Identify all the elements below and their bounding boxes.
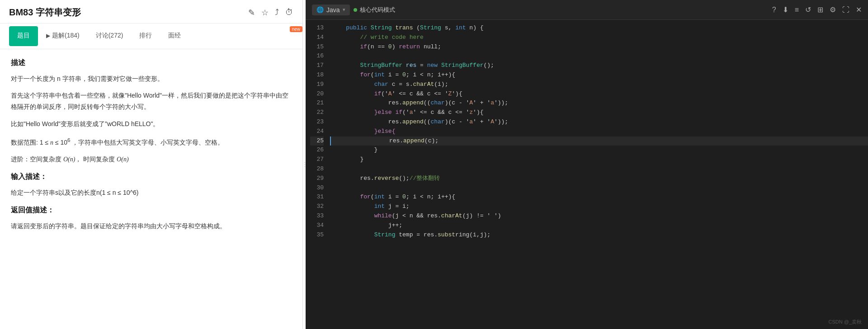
code-token: StringBuffer xyxy=(360,61,402,70)
code-token: c = s. xyxy=(388,80,413,89)
problem-content: 描述 对于一个长度为 n 字符串，我们需要对它做一些变形。 首先这个字符串中包含… xyxy=(0,49,302,329)
close-icon[interactable]: ✕ xyxy=(856,5,862,14)
language-selector[interactable]: 🌐 Java ▾ xyxy=(312,5,350,15)
code-token: 0 xyxy=(402,193,406,202)
code-token: '){ xyxy=(473,108,483,118)
lang-label: Java xyxy=(326,6,340,14)
code-token: res. xyxy=(360,174,374,183)
code-area[interactable]: 1314151617181920212223242526272829303132… xyxy=(306,20,868,329)
code-token: (j) != ' ') xyxy=(462,212,501,221)
code-token: charAt xyxy=(441,212,462,221)
desc-para5: 进阶：空间复杂度 O(n)， 时间复杂度 O(n) xyxy=(11,154,292,165)
code-token xyxy=(332,118,388,127)
code-token xyxy=(333,136,389,146)
code-token: char xyxy=(430,118,444,127)
code-line: } xyxy=(330,146,868,155)
tab-interview[interactable]: 面经 new xyxy=(160,26,189,46)
code-line xyxy=(330,52,868,61)
line-number: 14 xyxy=(310,33,324,42)
code-token: (c); xyxy=(425,136,439,146)
settings-icon[interactable]: ⚙ xyxy=(830,5,836,14)
clock-icon[interactable]: ⏱ xyxy=(285,8,293,17)
line-number: 20 xyxy=(310,89,324,99)
code-token: charAt xyxy=(413,80,434,89)
input-desc: 给定一个字符串s以及它的长度n(1 ≤ n ≤ 10^6) xyxy=(11,187,292,198)
core-mode-label: 核心代码模式 xyxy=(360,6,395,14)
code-token: '){ xyxy=(452,89,462,99)
code-line: int j = i; xyxy=(330,202,868,212)
code-token: reverse xyxy=(374,174,399,183)
code-token xyxy=(332,89,374,99)
code-token: 0 xyxy=(402,70,406,80)
grid-icon[interactable]: ⊞ xyxy=(817,5,823,14)
code-token xyxy=(392,24,396,33)
code-token: temp = res. xyxy=(395,230,438,240)
line-number: 18 xyxy=(310,70,324,80)
output-heading: 返回值描述： xyxy=(11,206,292,215)
code-token xyxy=(332,70,360,80)
code-line: // write code here xyxy=(330,33,868,42)
list-icon[interactable]: ≡ xyxy=(795,6,799,14)
code-token xyxy=(438,61,441,70)
code-token: A xyxy=(388,89,392,99)
code-line: String temp = res.substring(i,j); xyxy=(330,230,868,240)
green-dot-icon xyxy=(354,8,357,12)
code-token: (( xyxy=(424,118,431,127)
star-icon[interactable]: ☆ xyxy=(261,8,269,18)
edit-icon[interactable]: ✎ xyxy=(248,8,255,18)
tab-solution-label: 题解(184) xyxy=(52,32,80,40)
code-line: res.append((char)(c - 'a' + 'A')); xyxy=(330,118,868,127)
header-icons: ✎ ☆ ⤴ ⏱ xyxy=(248,8,293,18)
code-token: (); xyxy=(484,61,494,70)
code-token: }else if xyxy=(374,108,402,118)
tab-problem[interactable]: 题目 xyxy=(9,26,38,46)
code-token: subst xyxy=(438,230,455,240)
code-token: char xyxy=(374,80,388,89)
new-badge: new xyxy=(290,26,302,32)
code-line xyxy=(330,164,868,174)
code-token: ' <= c && c <= ' xyxy=(413,108,469,118)
line-number: 26 xyxy=(310,146,324,155)
code-content[interactable]: public String trans (String s, int n) { … xyxy=(328,20,868,329)
code-token: trans xyxy=(395,24,413,33)
code-token: 0 xyxy=(388,42,392,52)
fullscreen-icon[interactable]: ⛶ xyxy=(842,6,849,14)
tab-discuss[interactable]: 讨论(272) xyxy=(88,26,132,46)
code-line xyxy=(330,183,868,193)
code-token: append xyxy=(402,118,424,127)
tab-discuss-label: 讨论(272) xyxy=(96,32,123,40)
line-number: 24 xyxy=(310,127,324,136)
share-icon[interactable]: ⤴ xyxy=(275,8,279,17)
code-token: res. xyxy=(388,99,402,108)
watermark: CSDN @_卖秋 xyxy=(828,319,862,325)
download-icon[interactable]: ⬇ xyxy=(783,5,788,14)
code-token: (); xyxy=(399,174,409,183)
line-number: 33 xyxy=(310,212,324,221)
line-number: 29 xyxy=(310,174,324,183)
code-token: String xyxy=(420,24,441,33)
code-line: res.append(c); xyxy=(330,136,868,146)
tab-rank[interactable]: 排行 xyxy=(131,26,160,46)
code-token: if xyxy=(360,42,367,52)
code-token xyxy=(332,24,346,33)
code-token: ( xyxy=(371,70,374,80)
right-panel-wrapper: 🌐 Java ▾ 核心代码模式 ? ⬇ ≡ ↺ ⊞ ⚙ ⛶ ✕ xyxy=(306,0,868,329)
desc-para4: 数据范围: 1 ≤ n ≤ 106 ，字符串中包括大写英文字母、小写英文字母、空… xyxy=(11,135,292,148)
code-token: i = xyxy=(385,70,402,80)
code-token: ' <= c && c <= ' xyxy=(392,89,448,99)
code-token: append xyxy=(402,99,424,108)
code-token xyxy=(332,99,388,108)
help-icon[interactable]: ? xyxy=(772,6,776,14)
code-line: }else if('a' <= c && c <= 'z'){ xyxy=(330,108,868,118)
refresh-icon[interactable]: ↺ xyxy=(805,5,811,14)
code-token: (j < n && res. xyxy=(392,212,441,221)
code-token: n) { xyxy=(466,24,484,33)
input-heading: 输入描述： xyxy=(11,172,292,182)
code-token: (i); xyxy=(434,80,448,89)
line-number: 19 xyxy=(310,80,324,89)
code-token: Z xyxy=(448,89,452,99)
code-token: i = xyxy=(385,193,402,202)
tab-solution[interactable]: ▶ 题解(184) xyxy=(38,26,88,46)
code-token: String xyxy=(371,24,392,33)
line-number: 22 xyxy=(310,108,324,118)
